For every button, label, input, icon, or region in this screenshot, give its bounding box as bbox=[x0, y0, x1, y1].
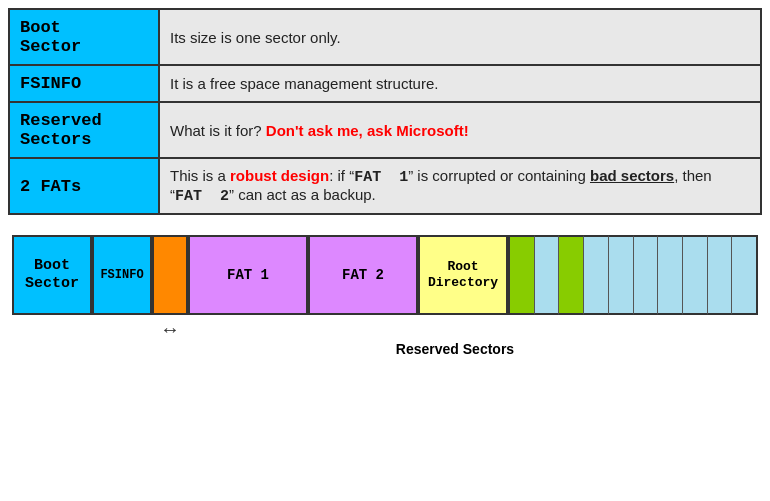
label-2fats: 2 FATs bbox=[9, 158, 159, 214]
stripe-1 bbox=[508, 235, 535, 315]
seg-fat2: FAT 2 bbox=[308, 235, 418, 315]
stripe-3 bbox=[559, 235, 584, 315]
stripe-4 bbox=[584, 235, 609, 315]
label-boot-sector: BootSector bbox=[9, 9, 159, 65]
diagram-row: BootSector FSINFO FAT 1 FAT 2 RootDirect… bbox=[12, 235, 758, 315]
reserved-sectors-label: Reserved Sectors bbox=[152, 341, 758, 357]
desc-text: This is a bbox=[170, 167, 230, 184]
data-segments bbox=[508, 235, 758, 315]
stripe-5 bbox=[609, 235, 634, 315]
seg-reserved bbox=[152, 235, 188, 315]
desc-2fats: This is a robust design: if “FAT 1” is c… bbox=[159, 158, 761, 214]
desc-text-plain: What is it for? bbox=[170, 122, 266, 139]
stripe-10 bbox=[732, 235, 758, 315]
desc-text: It is a free space management structure. bbox=[170, 75, 438, 92]
stripe-8 bbox=[683, 235, 708, 315]
table-row: 2 FATs This is a robust design: if “FAT … bbox=[9, 158, 761, 214]
desc-boot-sector: Its size is one sector only. bbox=[159, 9, 761, 65]
seg-root-directory: RootDirectory bbox=[418, 235, 508, 315]
seg-fsinfo: FSINFO bbox=[92, 235, 152, 315]
desc-text-highlight: Don't ask me, ask Microsoft! bbox=[266, 122, 469, 139]
table-row: FSINFO It is a free space management str… bbox=[9, 65, 761, 102]
stripe-2 bbox=[535, 235, 560, 315]
annotation-area: ↔ Reserved Sectors bbox=[152, 319, 758, 357]
stripe-9 bbox=[708, 235, 733, 315]
stripe-6 bbox=[634, 235, 659, 315]
seg-boot-sector: BootSector bbox=[12, 235, 92, 315]
desc-robust-design: robust design bbox=[230, 167, 329, 184]
info-table: BootSector Its size is one sector only. … bbox=[8, 8, 762, 215]
seg-fat1: FAT 1 bbox=[188, 235, 308, 315]
reserved-arrow: ↔ bbox=[152, 319, 188, 339]
table-row: ReservedSectors What is it for? Don't as… bbox=[9, 102, 761, 158]
desc-fsinfo: It is a free space management structure. bbox=[159, 65, 761, 102]
diagram-container: BootSector FSINFO FAT 1 FAT 2 RootDirect… bbox=[8, 235, 762, 357]
desc-text: Its size is one sector only. bbox=[170, 29, 341, 46]
stripe-7 bbox=[658, 235, 683, 315]
label-reserved-sectors: ReservedSectors bbox=[9, 102, 159, 158]
table-row: BootSector Its size is one sector only. bbox=[9, 9, 761, 65]
desc-reserved-sectors: What is it for? Don't ask me, ask Micros… bbox=[159, 102, 761, 158]
label-fsinfo: FSINFO bbox=[9, 65, 159, 102]
